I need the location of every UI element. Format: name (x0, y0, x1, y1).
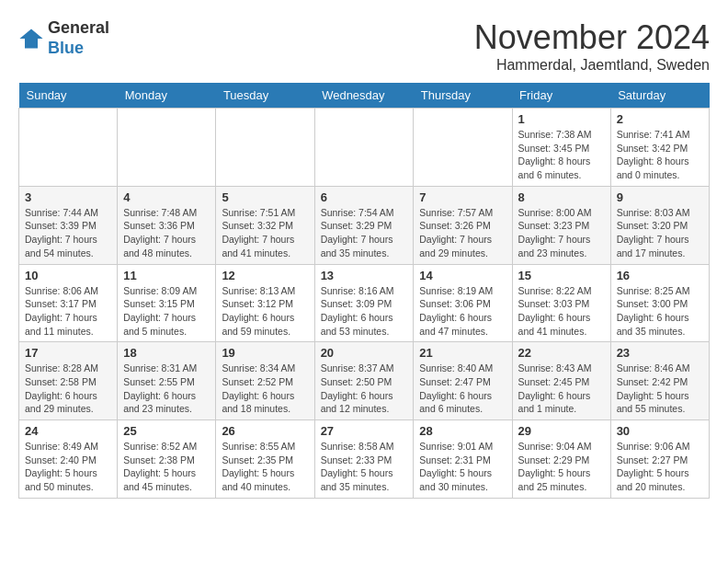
day-info: Sunrise: 8:19 AM Sunset: 3:06 PM Dayligh… (419, 284, 506, 339)
month-title: November 2024 (474, 18, 710, 57)
day-number: 5 (222, 190, 308, 204)
location-title: Hammerdal, Jaemtland, Sweden (474, 57, 710, 74)
day-number: 13 (321, 269, 408, 282)
day-info: Sunrise: 8:52 AM Sunset: 2:38 PM Dayligh… (123, 440, 210, 494)
calendar-cell: 1Sunrise: 7:38 AM Sunset: 3:45 PM Daylig… (512, 109, 610, 187)
calendar-cell: 13Sunrise: 8:16 AM Sunset: 3:09 PM Dayli… (314, 264, 414, 342)
svg-marker-0 (19, 29, 42, 48)
calendar-cell: 14Sunrise: 8:19 AM Sunset: 3:06 PM Dayli… (414, 264, 512, 342)
day-info: Sunrise: 8:34 AM Sunset: 2:52 PM Dayligh… (222, 362, 308, 416)
day-number: 19 (222, 346, 308, 360)
day-number: 6 (321, 190, 408, 204)
day-info: Sunrise: 7:54 AM Sunset: 3:29 PM Dayligh… (321, 206, 408, 260)
day-info: Sunrise: 8:49 AM Sunset: 2:40 PM Dayligh… (25, 440, 111, 494)
calendar-cell: 17Sunrise: 8:28 AM Sunset: 2:58 PM Dayli… (19, 342, 118, 420)
calendar-cell: 6Sunrise: 7:54 AM Sunset: 3:29 PM Daylig… (314, 186, 414, 264)
calendar-cell: 29Sunrise: 9:04 AM Sunset: 2:29 PM Dayli… (512, 420, 610, 499)
calendar-cell: 5Sunrise: 7:51 AM Sunset: 3:32 PM Daylig… (216, 186, 314, 264)
calendar-cell: 7Sunrise: 7:57 AM Sunset: 3:26 PM Daylig… (414, 186, 512, 264)
calendar-cell: 2Sunrise: 7:41 AM Sunset: 3:42 PM Daylig… (610, 109, 709, 187)
day-info: Sunrise: 8:16 AM Sunset: 3:09 PM Dayligh… (321, 284, 408, 339)
day-info: Sunrise: 8:13 AM Sunset: 3:12 PM Dayligh… (222, 284, 308, 339)
day-info: Sunrise: 8:37 AM Sunset: 2:50 PM Dayligh… (321, 362, 408, 416)
day-number: 12 (222, 269, 308, 282)
logo-text: General Blue (48, 18, 109, 58)
day-number: 24 (25, 424, 111, 438)
header: General Blue November 2024 Hammerdal, Ja… (18, 18, 710, 74)
calendar-cell: 16Sunrise: 8:25 AM Sunset: 3:00 PM Dayli… (610, 264, 709, 342)
calendar-cell: 30Sunrise: 9:06 AM Sunset: 2:27 PM Dayli… (610, 420, 709, 499)
day-number: 16 (617, 269, 703, 282)
day-number: 23 (617, 346, 703, 360)
day-number: 20 (321, 346, 408, 360)
calendar-cell: 18Sunrise: 8:31 AM Sunset: 2:55 PM Dayli… (118, 342, 216, 420)
calendar-cell: 22Sunrise: 8:43 AM Sunset: 2:45 PM Dayli… (512, 342, 610, 420)
day-number: 28 (419, 424, 506, 438)
day-number: 27 (321, 424, 408, 438)
day-number: 14 (419, 269, 506, 282)
calendar-cell: 19Sunrise: 8:34 AM Sunset: 2:52 PM Dayli… (216, 342, 314, 420)
week-row-3: 10Sunrise: 8:06 AM Sunset: 3:17 PM Dayli… (19, 264, 710, 342)
day-info: Sunrise: 8:25 AM Sunset: 3:00 PM Dayligh… (617, 284, 703, 339)
day-info: Sunrise: 8:09 AM Sunset: 3:15 PM Dayligh… (123, 284, 210, 339)
calendar-cell: 26Sunrise: 8:55 AM Sunset: 2:35 PM Dayli… (216, 420, 314, 499)
week-row-4: 17Sunrise: 8:28 AM Sunset: 2:58 PM Dayli… (19, 342, 710, 420)
day-number: 9 (617, 190, 703, 204)
day-number: 10 (25, 269, 111, 282)
weekday-header-thursday: Thursday (414, 83, 512, 109)
day-number: 2 (617, 112, 703, 126)
day-info: Sunrise: 7:41 AM Sunset: 3:42 PM Dayligh… (617, 128, 703, 182)
day-number: 11 (123, 269, 210, 282)
day-info: Sunrise: 8:43 AM Sunset: 2:45 PM Dayligh… (518, 362, 605, 416)
weekday-header-saturday: Saturday (610, 83, 709, 109)
calendar-cell (314, 109, 414, 187)
day-info: Sunrise: 8:46 AM Sunset: 2:42 PM Dayligh… (617, 362, 703, 416)
day-number: 22 (518, 346, 605, 360)
week-row-1: 1Sunrise: 7:38 AM Sunset: 3:45 PM Daylig… (19, 109, 710, 187)
day-number: 29 (518, 424, 605, 438)
day-info: Sunrise: 8:22 AM Sunset: 3:03 PM Dayligh… (518, 284, 605, 339)
weekday-header-sunday: Sunday (19, 83, 118, 109)
day-number: 8 (518, 190, 605, 204)
day-info: Sunrise: 7:44 AM Sunset: 3:39 PM Dayligh… (25, 206, 111, 260)
calendar-cell: 28Sunrise: 9:01 AM Sunset: 2:31 PM Dayli… (414, 420, 512, 499)
calendar-cell: 3Sunrise: 7:44 AM Sunset: 3:39 PM Daylig… (19, 186, 118, 264)
day-info: Sunrise: 7:51 AM Sunset: 3:32 PM Dayligh… (222, 206, 308, 260)
day-info: Sunrise: 8:58 AM Sunset: 2:33 PM Dayligh… (321, 440, 408, 494)
calendar-cell (118, 109, 216, 187)
day-info: Sunrise: 8:28 AM Sunset: 2:58 PM Dayligh… (25, 362, 111, 416)
calendar-cell: 10Sunrise: 8:06 AM Sunset: 3:17 PM Dayli… (19, 264, 118, 342)
day-info: Sunrise: 8:55 AM Sunset: 2:35 PM Dayligh… (222, 440, 308, 494)
calendar-cell: 23Sunrise: 8:46 AM Sunset: 2:42 PM Dayli… (610, 342, 709, 420)
day-number: 7 (419, 190, 506, 204)
day-info: Sunrise: 7:48 AM Sunset: 3:36 PM Dayligh… (123, 206, 210, 260)
logo-blue-text: Blue (48, 39, 109, 59)
weekday-header-tuesday: Tuesday (216, 83, 314, 109)
day-number: 4 (123, 190, 210, 204)
week-row-2: 3Sunrise: 7:44 AM Sunset: 3:39 PM Daylig… (19, 186, 710, 264)
day-info: Sunrise: 9:06 AM Sunset: 2:27 PM Dayligh… (617, 440, 703, 494)
weekday-header-row: SundayMondayTuesdayWednesdayThursdayFrid… (19, 83, 710, 109)
day-number: 15 (518, 269, 605, 282)
day-number: 26 (222, 424, 308, 438)
week-row-5: 24Sunrise: 8:49 AM Sunset: 2:40 PM Dayli… (19, 420, 710, 499)
calendar-table: SundayMondayTuesdayWednesdayThursdayFrid… (18, 83, 710, 499)
calendar-cell (216, 109, 314, 187)
day-info: Sunrise: 8:06 AM Sunset: 3:17 PM Dayligh… (25, 284, 111, 339)
day-number: 18 (123, 346, 210, 360)
day-info: Sunrise: 7:38 AM Sunset: 3:45 PM Dayligh… (518, 128, 605, 182)
calendar-cell: 21Sunrise: 8:40 AM Sunset: 2:47 PM Dayli… (414, 342, 512, 420)
calendar-cell: 27Sunrise: 8:58 AM Sunset: 2:33 PM Dayli… (314, 420, 414, 499)
day-number: 17 (25, 346, 111, 360)
calendar-cell (414, 109, 512, 187)
calendar-cell: 11Sunrise: 8:09 AM Sunset: 3:15 PM Dayli… (118, 264, 216, 342)
day-info: Sunrise: 8:40 AM Sunset: 2:47 PM Dayligh… (419, 362, 506, 416)
day-info: Sunrise: 7:57 AM Sunset: 3:26 PM Dayligh… (419, 206, 506, 260)
calendar-cell: 12Sunrise: 8:13 AM Sunset: 3:12 PM Dayli… (216, 264, 314, 342)
day-info: Sunrise: 9:01 AM Sunset: 2:31 PM Dayligh… (419, 440, 506, 494)
weekday-header-friday: Friday (512, 83, 610, 109)
day-number: 25 (123, 424, 210, 438)
title-section: November 2024 Hammerdal, Jaemtland, Swed… (474, 18, 710, 74)
calendar-cell: 25Sunrise: 8:52 AM Sunset: 2:38 PM Dayli… (118, 420, 216, 499)
calendar-cell (19, 109, 118, 187)
